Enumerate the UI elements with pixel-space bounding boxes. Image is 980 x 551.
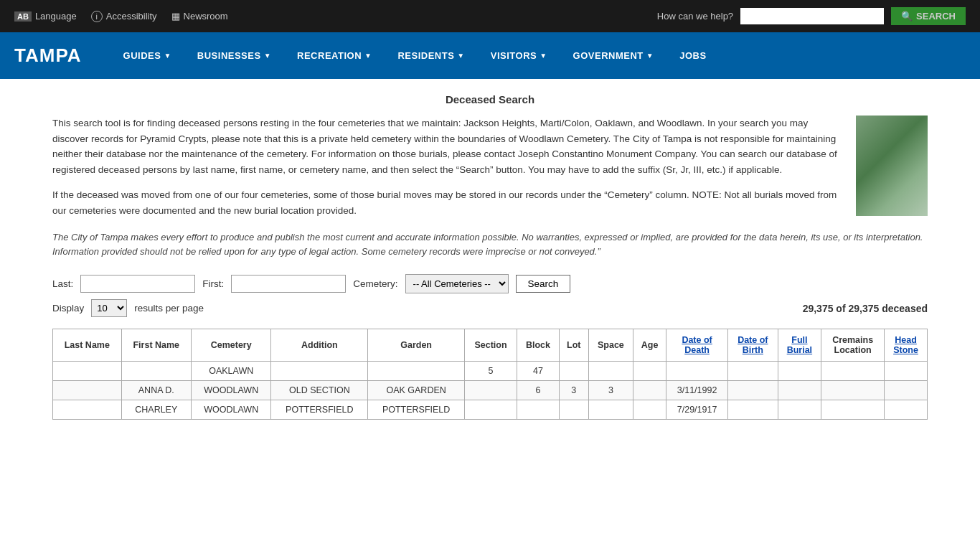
accessibility-label: Accessibility [106,11,157,22]
cell-section [465,400,517,420]
nav-guides-label: GUIDES [123,50,161,61]
table-row: ANNA D.WOODLAWNOLD SECTIONOAK GARDEN6333… [53,381,928,400]
cell-first_name: CHARLEY [121,400,191,420]
cell-date_of_death: 7/29/1917 [666,400,728,420]
cell-head_stone [885,381,928,400]
main-nav: TAMPA GUIDES ▼ BUSINESSES ▼ RECREATION ▼… [0,32,980,79]
last-name-input[interactable] [80,275,195,293]
global-search-input[interactable] [740,8,884,24]
col-space: Space [588,329,633,362]
col-cremains-location: CremainsLocation [821,329,885,362]
nav-item-businesses[interactable]: BUSINESSES ▼ [184,32,284,79]
results-text: results per page [134,303,204,314]
top-bar-right: How can we help? 🔍 SEARCH [657,7,966,25]
cell-age [633,400,666,420]
cell-block [517,400,559,420]
cemetery-select[interactable]: -- All Cemeteries -- Jackson Heights Mar… [405,274,509,293]
chevron-down-icon: ▼ [364,52,372,60]
cemetery-image [856,116,928,216]
cell-first_name [121,362,191,381]
nav-residents-label: RESIDENTS [397,50,454,61]
col-first-name: First Name [121,329,191,362]
cemetery-label: Cemetery: [353,278,397,289]
cell-space [588,362,633,381]
cell-age [633,381,666,400]
nav-item-recreation[interactable]: RECREATION ▼ [284,32,385,79]
nav-item-guides[interactable]: GUIDES ▼ [110,32,184,79]
page-title: Deceased Search [52,93,928,105]
cell-block: 6 [517,381,559,400]
chevron-down-icon: ▼ [457,52,464,60]
cell-cemetery: WOODLAWN [191,400,271,420]
nav-recreation-label: RECREATION [297,50,362,61]
nav-government-label: GOVERNMENT [573,50,644,61]
accessibility-link[interactable]: i Accessibility [91,11,157,22]
first-name-input[interactable] [231,275,346,293]
cell-last_name [53,362,122,381]
nav-item-visitors[interactable]: VISITORS ▼ [478,32,560,79]
col-head-stone[interactable]: HeadStone [885,329,928,362]
cell-date_of_birth [728,400,778,420]
cell-age [633,362,666,381]
cell-last_name [53,400,122,420]
language-link[interactable]: AB Language [14,11,77,22]
chevron-down-icon: ▼ [264,52,271,60]
cell-addition: POTTERSFIELD [271,400,368,420]
cell-space: 3 [588,381,633,400]
newsroom-label: Newsroom [184,11,228,22]
cell-date_of_death: 3/11/1992 [666,381,728,400]
cell-lot [559,362,588,381]
results-count: 29,375 of 29,375 deceased [803,303,928,314]
cell-full_burial [778,381,821,400]
cell-cremains_location [821,381,885,400]
description-p2: If the deceased was moved from one of ou… [52,187,842,218]
cell-date_of_death [666,362,728,381]
top-bar: AB Language i Accessibility ▦ Newsroom H… [0,0,980,32]
help-text: How can we help? [657,11,733,22]
table-row: CHARLEYWOODLAWNPOTTERSFIELDPOTTERSFIELD7… [53,400,928,420]
cell-addition [271,362,368,381]
col-full-burial[interactable]: FullBurial [778,329,821,362]
col-date-of-birth[interactable]: Date ofBirth [728,329,778,362]
col-lot: Lot [559,329,588,362]
deceased-table: Last Name First Name Cemetery Addition G… [52,329,928,420]
col-age: Age [633,329,666,362]
per-page-select[interactable]: 10 25 50 100 [91,299,127,317]
nav-businesses-label: BUSINESSES [197,50,261,61]
global-search-button[interactable]: 🔍 SEARCH [891,7,966,25]
search-button[interactable]: Search [516,275,571,293]
top-bar-left: AB Language i Accessibility ▦ Newsroom [14,11,228,22]
cell-full_burial [778,400,821,420]
cell-head_stone [885,362,928,381]
search-icon: 🔍 [901,11,913,22]
nav-item-residents[interactable]: RESIDENTS ▼ [385,32,477,79]
table-row: OAKLAWN547 [53,362,928,381]
newsroom-link[interactable]: ▦ Newsroom [171,11,228,22]
site-logo[interactable]: TAMPA [14,44,82,67]
display-label: Display [52,303,84,314]
cell-space [588,400,633,420]
col-cemetery: Cemetery [191,329,271,362]
last-name-label: Last: [52,278,73,289]
cell-first_name: ANNA D. [121,381,191,400]
cell-full_burial [778,362,821,381]
cell-block: 47 [517,362,559,381]
nav-item-jobs[interactable]: JOBS [666,32,719,79]
col-garden: Garden [368,329,465,362]
cell-cremains_location [821,362,885,381]
cemetery-image-placeholder [856,116,928,216]
accessibility-icon: i [91,11,103,22]
nav-item-government[interactable]: GOVERNMENT ▼ [560,32,667,79]
nav-jobs-label: JOBS [679,50,706,61]
col-addition: Addition [271,329,368,362]
col-last-name: Last Name [53,329,122,362]
cell-garden: POTTERSFIELD [368,400,465,420]
cell-cemetery: WOODLAWN [191,381,271,400]
col-date-of-death[interactable]: Date ofDeath [666,329,728,362]
cell-section: 5 [465,362,517,381]
search-form: Last: First: Cemetery: -- All Cemeteries… [52,274,928,293]
description-p1: This search tool is for finding deceased… [52,116,842,177]
first-name-label: First: [202,278,224,289]
chevron-down-icon: ▼ [646,52,654,60]
cell-lot: 3 [559,381,588,400]
